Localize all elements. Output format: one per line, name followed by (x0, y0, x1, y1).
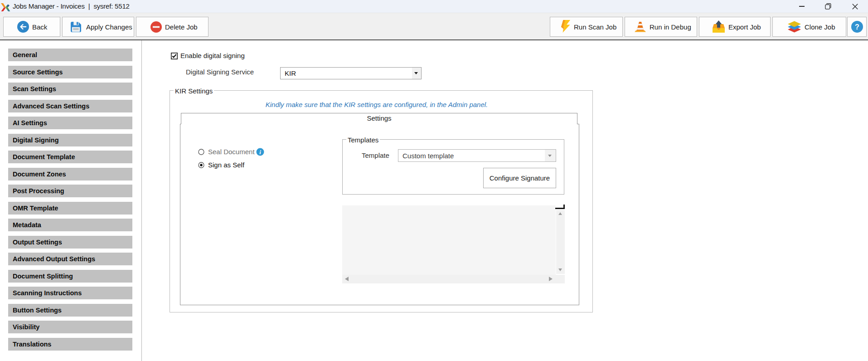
svg-text:i: i (259, 149, 261, 156)
svg-text:?: ? (855, 23, 859, 31)
